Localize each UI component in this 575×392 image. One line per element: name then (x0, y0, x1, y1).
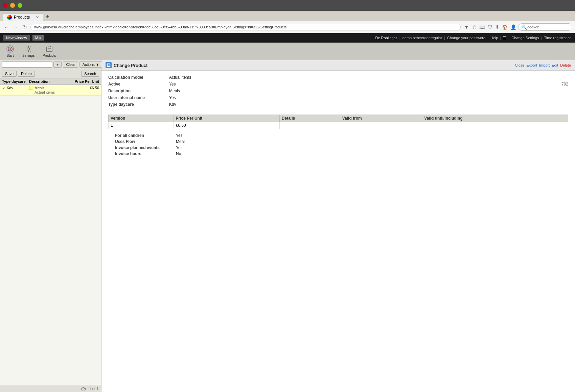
left-panel-actions: Save Delete Search (0, 69, 101, 78)
version-price: €6.50 (174, 122, 279, 129)
topbar-change-pwd-link[interactable]: Change your password (447, 36, 485, 40)
left-search-toolbar: + Clear Actions ▼ (0, 60, 101, 69)
forward-btn[interactable]: → (12, 24, 20, 30)
actions-dropdown-btn[interactable]: Actions ▼ (79, 62, 102, 68)
calc-model-value: Actual items (169, 75, 568, 80)
new-window-btn[interactable]: New window (3, 35, 30, 41)
price-col-header: Price Per Unit (174, 115, 279, 122)
shield-icon[interactable]: 🛡 (488, 24, 492, 30)
svg-point-1 (9, 48, 11, 50)
invoice-hours-label: Invoice hours (108, 151, 176, 156)
table-header: Type daycare Description Price Per Unit (0, 78, 101, 85)
calc-model-label: Calculation model (108, 75, 169, 80)
save-btn[interactable]: Save (2, 71, 17, 77)
description-row: Description Meals (108, 88, 568, 94)
version-num: 1 (109, 122, 174, 129)
title-bar: ✕ − □ (0, 0, 575, 11)
settings-label: Settings (22, 54, 34, 57)
left-panel: + Clear Actions ▼ Save Delete Search Typ… (0, 60, 101, 392)
type-daycare-label: Type daycare (108, 102, 169, 107)
check-icon: ✓ (2, 86, 5, 91)
tab-close-btn[interactable]: ✕ (36, 15, 39, 20)
bookmark-icon[interactable]: ☆ (472, 24, 477, 30)
version-details (279, 122, 340, 129)
invoice-hours-row: Invoice hours No (108, 151, 568, 157)
main-toolbar: Start Settings Products (0, 43, 575, 60)
invoice-hours-value: No (176, 151, 568, 156)
topbar-demo-link[interactable]: demo.beheerder.regular (402, 36, 442, 40)
topbar-help-link[interactable]: Help (490, 36, 498, 40)
close-link[interactable]: Close (515, 63, 524, 67)
active-id: 792 (561, 82, 568, 87)
table-row[interactable]: ✓ Kdv Meals Actual items €6.50 (0, 85, 101, 96)
reader-icon[interactable]: 📖 (479, 24, 485, 30)
invoice-planned-value: Yes (176, 145, 568, 150)
add-btn[interactable]: + (53, 62, 62, 68)
win-min-btn[interactable]: − (10, 3, 15, 8)
export-link[interactable]: Export (526, 63, 537, 67)
products-toolbar-btn[interactable]: Products (39, 44, 59, 58)
row-price-cell: €6.50 (72, 86, 99, 90)
clear-btn[interactable]: Clear (63, 62, 78, 68)
main-content: + Clear Actions ▼ Save Delete Search Typ… (0, 60, 575, 392)
panel-title-icon (106, 62, 112, 68)
m-btn[interactable]: M = (32, 35, 44, 41)
settings-toolbar-btn[interactable]: Settings (19, 44, 38, 58)
topbar-time-link[interactable]: Time registration (544, 36, 572, 40)
svg-rect-6 (107, 64, 110, 67)
products-label: Products (43, 54, 56, 57)
tab-favicon (7, 15, 12, 20)
for-all-children-row: For all children Yes (108, 132, 568, 139)
user-internal-label: User internal name (108, 95, 169, 100)
start-toolbar-btn[interactable]: Start (3, 44, 18, 58)
footer-count: (0) - 1 of 1 (81, 387, 98, 391)
uses-flow-row: Uses Flow Meal (108, 139, 568, 145)
browser-tab[interactable]: Products ✕ (3, 13, 43, 21)
row-desc-value: Meals (34, 86, 44, 90)
col-price-header: Price Per Unit (72, 79, 99, 83)
edit-link[interactable]: Edit (552, 63, 558, 67)
form-section: Calculation model Actual items Active Ye… (101, 71, 575, 111)
user-internal-value: Yes (169, 95, 568, 100)
dropdown-btn[interactable]: ▼ (463, 24, 470, 30)
address-bar: ← → ↻ ▼ ☆ 📖 🛡 ⬇ 🏠 👤 🔍 (0, 21, 575, 33)
version-valid-from (340, 122, 422, 129)
win-max-btn[interactable]: □ (18, 3, 22, 8)
home-icon[interactable]: 🏠 (502, 24, 508, 30)
search-btn[interactable]: Search (81, 71, 99, 77)
download-icon[interactable]: ⬇ (495, 24, 499, 30)
for-all-children-value: Yes (176, 133, 568, 138)
delete-btn[interactable]: Delete (18, 71, 35, 77)
topbar-user: De Robijntjes (375, 36, 397, 40)
reload-btn[interactable]: ↻ (22, 24, 28, 30)
right-panel: Change Product Close Export Import Edit … (101, 60, 575, 392)
invoice-planned-row: Invoice planned events Yes (108, 145, 568, 151)
version-table: Version Price Per Unit Details Valid fro… (108, 115, 568, 129)
address-icons: ☆ 📖 🛡 ⬇ 🏠 👤 (472, 24, 516, 30)
url-bar[interactable] (30, 24, 461, 30)
delete-link[interactable]: Delete (560, 63, 571, 67)
uses-flow-value: Meal (176, 139, 568, 144)
invoice-planned-label: Invoice planned events (108, 145, 176, 150)
browser-search-input[interactable] (527, 25, 568, 29)
row-sub-value: Actual items (29, 90, 72, 94)
svg-rect-3 (47, 47, 52, 52)
svg-point-2 (27, 48, 30, 50)
import-link[interactable]: Import (539, 63, 550, 67)
calc-model-row: Calculation model Actual items (108, 74, 568, 81)
active-row: Active Yes 792 (108, 81, 568, 88)
topbar-settings-link[interactable]: Change Settings (511, 36, 539, 40)
version-row[interactable]: 1 €6.50 (109, 122, 568, 129)
panel-title: Change Product (106, 62, 147, 68)
win-close-btn[interactable]: ✕ (3, 3, 7, 8)
profile-icon[interactable]: 👤 (510, 24, 516, 30)
user-internal-row: User internal name Yes (108, 94, 568, 101)
back-btn[interactable]: ← (3, 24, 10, 30)
search-input[interactable] (2, 62, 52, 68)
version-valid-until (422, 122, 568, 129)
uses-flow-label: Uses Flow (108, 139, 176, 144)
start-label: Start (6, 54, 14, 57)
new-tab-btn[interactable]: + (43, 12, 52, 21)
left-panel-footer: (0) - 1 of 1 (0, 385, 101, 392)
panel-actions: Close Export Import Edit Delete (515, 63, 571, 67)
